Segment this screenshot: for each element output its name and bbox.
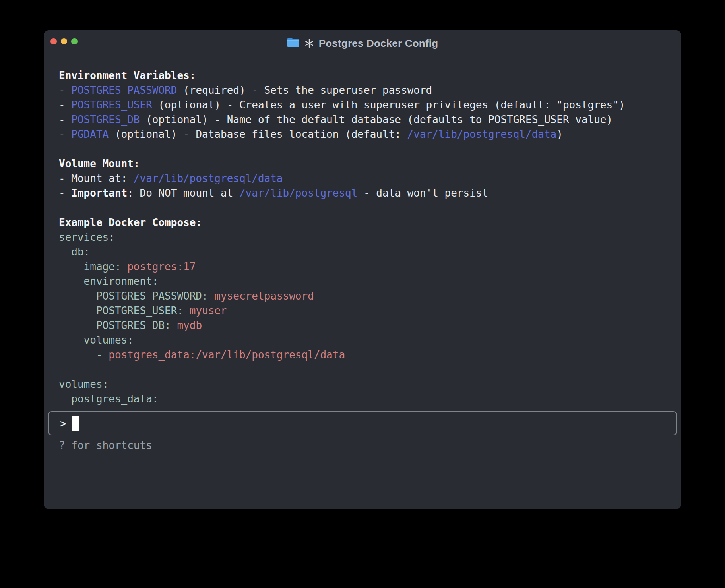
- terminal-text-segment: POSTGRES_DB: [71, 114, 140, 126]
- window-title-group: Postgres Docker Config: [287, 37, 438, 50]
- terminal-line: volumes:: [59, 377, 671, 392]
- terminal-content: Environment Variables:- POSTGRES_PASSWOR…: [59, 68, 671, 406]
- minimize-button[interactable]: [61, 38, 67, 44]
- terminal-text-segment: environment:: [59, 275, 158, 287]
- terminal-text-segment: -: [59, 99, 71, 111]
- terminal-line: - postgres_data:/var/lib/postgresql/data: [59, 348, 671, 362]
- folder-icon: [287, 37, 300, 49]
- terminal-text-segment: Volume Mount:: [59, 158, 140, 170]
- terminal-line: - POSTGRES_USER (optional) - Creates a u…: [59, 98, 671, 112]
- terminal-text-segment: -: [59, 84, 71, 96]
- terminal-text-segment: POSTGRES_USER:: [59, 305, 183, 317]
- terminal-text-segment: [121, 261, 128, 273]
- terminal-line: environment:: [59, 274, 671, 289]
- terminal-text-segment: (required) - Sets the superuser password: [177, 84, 432, 96]
- terminal-text-segment: /var/lib/postgresql/data: [407, 128, 557, 140]
- terminal-text-segment: [183, 305, 190, 317]
- terminal-text-segment: - data won't persist: [357, 187, 488, 199]
- terminal-text-segment: POSTGRES_USER: [71, 99, 152, 111]
- terminal-text-segment: services:: [59, 231, 115, 243]
- terminal-text-segment: volumes:: [59, 378, 109, 390]
- terminal-text-segment: -: [59, 128, 71, 140]
- terminal-line: [59, 201, 671, 215]
- close-button[interactable]: [50, 38, 57, 44]
- terminal-text-segment: : Do NOT mount at: [127, 187, 239, 199]
- terminal-text-segment: POSTGRES_DB:: [59, 319, 171, 331]
- terminal-text-segment: [171, 319, 177, 331]
- traffic-lights: [50, 38, 78, 44]
- shortcuts-hint: ? for shortcuts: [59, 439, 152, 451]
- terminal-text-segment: postgres_data:: [59, 393, 158, 405]
- input-prompt: >: [60, 418, 66, 429]
- terminal-text-segment: (optional) - Name of the default databas…: [140, 114, 613, 126]
- terminal-text-segment: POSTGRES_PASSWORD:: [59, 290, 208, 302]
- terminal-line: image: postgres:17: [59, 259, 671, 274]
- terminal-text-segment: ): [556, 128, 563, 140]
- terminal-line: POSTGRES_DB: mydb: [59, 318, 671, 333]
- titlebar: Postgres Docker Config: [44, 30, 681, 53]
- terminal-line: - Important: Do NOT mount at /var/lib/po…: [59, 186, 671, 201]
- terminal-line: postgres_data:: [59, 392, 671, 406]
- terminal-line: Volume Mount:: [59, 157, 671, 171]
- terminal-line: [59, 362, 671, 377]
- terminal-line: - POSTGRES_DB (optional) - Name of the d…: [59, 112, 671, 127]
- terminal-text-segment: mydb: [177, 319, 202, 331]
- text-cursor: [72, 416, 79, 431]
- terminal-text-segment: (optional) - Creates a user with superus…: [152, 99, 625, 111]
- terminal-line: - POSTGRES_PASSWORD (required) - Sets th…: [59, 83, 671, 98]
- terminal-line: Environment Variables:: [59, 68, 671, 83]
- terminal-text-segment: PGDATA: [71, 128, 109, 140]
- terminal-text-segment: db:: [59, 246, 90, 258]
- zoom-button[interactable]: [71, 38, 78, 44]
- terminal-window: Postgres Docker Config Environment Varia…: [44, 30, 681, 509]
- terminal-text-segment: myuser: [190, 305, 227, 317]
- terminal-text-segment: Important: [71, 187, 127, 199]
- terminal-text-segment: volumes:: [59, 334, 134, 346]
- asterisk-icon: [304, 39, 314, 48]
- terminal-line: volumes:: [59, 333, 671, 348]
- terminal-line: - PGDATA (optional) - Database files loc…: [59, 127, 671, 142]
- terminal-text-segment: POSTGRES_PASSWORD: [71, 84, 177, 96]
- terminal-line: - Mount at: /var/lib/postgresql/data: [59, 171, 671, 186]
- terminal-text-segment: image:: [59, 261, 121, 273]
- terminal-text-segment: -: [59, 349, 109, 361]
- terminal-text-segment: (optional) - Database files location (de…: [109, 128, 407, 140]
- terminal-text-segment: /var/lib/postgresql: [239, 187, 357, 199]
- terminal-text-segment: -: [59, 114, 71, 126]
- terminal-text-segment: -: [59, 187, 71, 199]
- terminal-text-segment: Environment Variables:: [59, 70, 196, 81]
- terminal-line: services:: [59, 230, 671, 245]
- terminal-line: POSTGRES_PASSWORD: mysecretpassword: [59, 289, 671, 304]
- terminal-text-segment: Example Docker Compose:: [59, 217, 202, 228]
- terminal-text-segment: postgres:17: [127, 261, 196, 273]
- terminal-line: db:: [59, 245, 671, 259]
- terminal-text-segment: /var/lib/postgresql/data: [134, 172, 283, 184]
- window-title: Postgres Docker Config: [319, 37, 438, 50]
- terminal-text-segment: mysecretpassword: [214, 290, 314, 302]
- terminal-line: [59, 142, 671, 157]
- terminal-text-segment: - Mount at:: [59, 172, 134, 184]
- terminal-line: POSTGRES_USER: myuser: [59, 304, 671, 318]
- terminal-text-segment: [208, 290, 215, 302]
- terminal-line: Example Docker Compose:: [59, 215, 671, 230]
- command-input[interactable]: >: [48, 411, 677, 435]
- terminal-text-segment: postgres_data:/var/lib/postgresql/data: [109, 349, 345, 361]
